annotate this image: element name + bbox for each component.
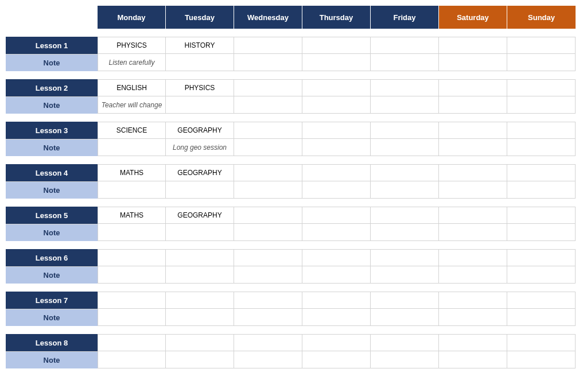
note-cell[interactable]: Long geo session bbox=[166, 139, 234, 156]
lesson-cell[interactable] bbox=[371, 249, 439, 266]
lesson-cell[interactable] bbox=[234, 164, 302, 181]
lesson-cell[interactable] bbox=[439, 122, 507, 139]
note-cell[interactable] bbox=[98, 224, 166, 241]
lesson-cell[interactable] bbox=[302, 249, 371, 266]
lesson-cell[interactable] bbox=[439, 292, 507, 309]
note-cell[interactable] bbox=[439, 224, 507, 241]
lesson-cell[interactable]: MATHS bbox=[98, 164, 166, 181]
note-cell[interactable] bbox=[234, 139, 302, 156]
lesson-cell[interactable]: GEOGRAPHY bbox=[166, 164, 234, 181]
lesson-cell[interactable] bbox=[234, 37, 302, 54]
lesson-cell[interactable] bbox=[439, 334, 507, 351]
lesson-cell[interactable] bbox=[439, 249, 507, 266]
lesson-cell[interactable]: SCIENCE bbox=[98, 122, 166, 139]
note-cell[interactable] bbox=[439, 139, 507, 156]
note-cell[interactable] bbox=[371, 224, 439, 241]
lesson-cell[interactable] bbox=[439, 37, 507, 54]
note-cell[interactable] bbox=[371, 266, 439, 284]
note-cell[interactable] bbox=[439, 309, 507, 326]
lesson-cell[interactable] bbox=[507, 37, 576, 54]
note-cell[interactable] bbox=[234, 309, 302, 326]
lesson-cell[interactable] bbox=[98, 249, 166, 266]
note-cell[interactable] bbox=[507, 139, 576, 156]
lesson-cell[interactable]: GEOGRAPHY bbox=[166, 207, 234, 224]
note-cell[interactable]: Listen carefully bbox=[98, 54, 166, 71]
lesson-cell[interactable] bbox=[507, 79, 576, 96]
lesson-cell[interactable] bbox=[98, 334, 166, 351]
note-cell[interactable] bbox=[234, 54, 302, 71]
lesson-cell[interactable] bbox=[371, 207, 439, 224]
note-cell[interactable] bbox=[234, 181, 302, 199]
note-cell[interactable] bbox=[371, 54, 439, 71]
note-cell[interactable] bbox=[507, 266, 576, 284]
note-cell[interactable] bbox=[166, 351, 234, 368]
note-cell[interactable] bbox=[507, 181, 576, 199]
note-cell[interactable] bbox=[166, 266, 234, 284]
note-cell[interactable] bbox=[98, 266, 166, 284]
note-cell[interactable] bbox=[507, 351, 576, 368]
note-cell[interactable] bbox=[507, 54, 576, 71]
note-cell[interactable] bbox=[439, 266, 507, 284]
note-cell[interactable] bbox=[234, 266, 302, 284]
lesson-cell[interactable] bbox=[439, 207, 507, 224]
note-cell[interactable] bbox=[371, 351, 439, 368]
note-cell[interactable] bbox=[98, 309, 166, 326]
lesson-cell[interactable] bbox=[234, 207, 302, 224]
lesson-cell[interactable] bbox=[439, 164, 507, 181]
note-cell[interactable] bbox=[234, 351, 302, 368]
lesson-cell[interactable] bbox=[234, 334, 302, 351]
note-cell[interactable] bbox=[302, 54, 371, 71]
lesson-cell[interactable] bbox=[507, 292, 576, 309]
note-cell[interactable] bbox=[507, 224, 576, 241]
lesson-cell[interactable] bbox=[166, 292, 234, 309]
note-cell[interactable] bbox=[166, 54, 234, 71]
lesson-cell[interactable] bbox=[371, 122, 439, 139]
lesson-cell[interactable] bbox=[234, 122, 302, 139]
lesson-cell[interactable] bbox=[302, 79, 371, 96]
lesson-cell[interactable] bbox=[507, 122, 576, 139]
note-cell[interactable] bbox=[507, 309, 576, 326]
note-cell[interactable] bbox=[439, 181, 507, 199]
note-cell[interactable] bbox=[166, 224, 234, 241]
lesson-cell[interactable] bbox=[371, 164, 439, 181]
note-cell[interactable] bbox=[302, 181, 371, 199]
lesson-cell[interactable] bbox=[507, 334, 576, 351]
lesson-cell[interactable] bbox=[234, 292, 302, 309]
lesson-cell[interactable] bbox=[302, 164, 371, 181]
lesson-cell[interactable] bbox=[234, 79, 302, 96]
lesson-cell[interactable] bbox=[234, 249, 302, 266]
note-cell[interactable] bbox=[302, 224, 371, 241]
note-cell[interactable] bbox=[166, 96, 234, 114]
note-cell[interactable] bbox=[439, 96, 507, 114]
note-cell[interactable] bbox=[302, 139, 371, 156]
note-cell[interactable] bbox=[234, 224, 302, 241]
lesson-cell[interactable] bbox=[439, 79, 507, 96]
lesson-cell[interactable]: GEOGRAPHY bbox=[166, 122, 234, 139]
lesson-cell[interactable] bbox=[302, 122, 371, 139]
lesson-cell[interactable] bbox=[371, 37, 439, 54]
lesson-cell[interactable] bbox=[371, 79, 439, 96]
note-cell[interactable]: Teacher will change bbox=[98, 96, 166, 114]
lesson-cell[interactable] bbox=[507, 249, 576, 266]
note-cell[interactable] bbox=[302, 96, 371, 114]
lesson-cell[interactable]: PHYSICS bbox=[166, 79, 234, 96]
lesson-cell[interactable] bbox=[302, 37, 371, 54]
note-cell[interactable] bbox=[439, 54, 507, 71]
note-cell[interactable] bbox=[302, 309, 371, 326]
note-cell[interactable] bbox=[371, 96, 439, 114]
note-cell[interactable] bbox=[166, 309, 234, 326]
lesson-cell[interactable] bbox=[302, 207, 371, 224]
lesson-cell[interactable]: MATHS bbox=[98, 207, 166, 224]
lesson-cell[interactable] bbox=[98, 292, 166, 309]
lesson-cell[interactable] bbox=[166, 249, 234, 266]
lesson-cell[interactable] bbox=[371, 292, 439, 309]
note-cell[interactable] bbox=[98, 139, 166, 156]
note-cell[interactable] bbox=[371, 181, 439, 199]
note-cell[interactable] bbox=[166, 181, 234, 199]
lesson-cell[interactable]: HISTORY bbox=[166, 37, 234, 54]
note-cell[interactable] bbox=[234, 96, 302, 114]
lesson-cell[interactable] bbox=[166, 334, 234, 351]
note-cell[interactable] bbox=[371, 139, 439, 156]
note-cell[interactable] bbox=[507, 96, 576, 114]
note-cell[interactable] bbox=[302, 266, 371, 284]
